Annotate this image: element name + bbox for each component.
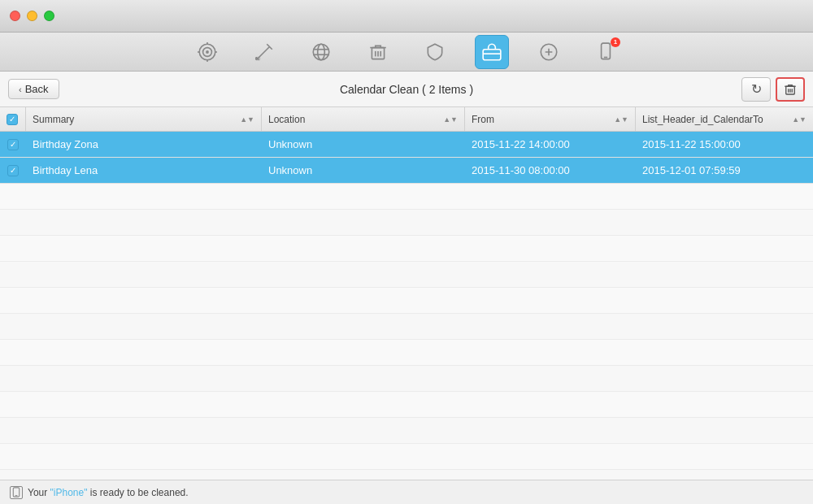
checkbox-1[interactable]: ✓ [7,139,19,150]
row-summary-1: Birthday Zona [26,132,262,157]
statusbar: Your "iPhone" is ready to be cleaned. [0,480,813,504]
empty-row [0,262,813,288]
radar-icon[interactable] [190,35,224,69]
empty-row [0,340,813,366]
svg-point-9 [318,44,325,60]
trash-icon [783,82,798,97]
back-button[interactable]: ‹ Back [8,79,59,99]
window-controls [10,11,54,21]
header-from: From ▲▼ [465,107,636,131]
empty-row [0,418,813,444]
row-checkbox-2[interactable]: ✓ [0,158,26,183]
toolbar: 1 [0,33,813,72]
row-location-1: Unknown [262,132,465,157]
titlebar [0,0,813,33]
header-checkbox-cell: ✓ [0,107,26,131]
topbar-actions: ↻ [741,77,805,102]
svg-rect-16 [483,49,501,59]
table-header: ✓ Summary ▲▼ Location ▲▼ From ▲▼ List_He… [0,107,813,132]
sort-arrow-to: ▲▼ [792,115,806,124]
svg-point-2 [207,50,208,52]
row-checkbox-1[interactable]: ✓ [0,132,26,157]
header-location: Location ▲▼ [262,107,465,131]
empty-row [0,184,813,210]
content-area: ‹ Back Calendar Clean ( 2 Items ) ↻ [0,72,813,480]
briefcase-icon[interactable] [475,35,509,69]
refresh-button[interactable]: ↻ [741,77,771,102]
from-label: From [472,114,494,125]
checkbox-2[interactable]: ✓ [7,165,19,176]
empty-row [0,392,813,418]
refresh-icon: ↻ [751,81,762,97]
close-button[interactable] [10,11,20,21]
phone-icon[interactable]: 1 [589,35,623,69]
row-from-2: 2015-11-30 08:00:00 [465,158,636,183]
shield-icon[interactable] [418,35,452,69]
empty-row [0,210,813,236]
iphone-link[interactable]: "iPhone" [50,487,88,498]
summary-label: Summary [33,114,74,125]
empty-row [0,236,813,262]
row-to-1: 2015-11-22 15:00:00 [636,132,813,157]
globe-icon[interactable] [304,35,338,69]
sort-arrow-from: ▲▼ [614,115,628,124]
to-label: List_Header_id_CalendarTo [642,114,763,125]
maximize-button[interactable] [44,11,54,21]
back-label: Back [25,83,49,95]
phone-small-icon [10,486,23,499]
location-label: Location [268,114,305,125]
row-summary-2: Birthday Lena [26,158,262,183]
table-row[interactable]: ✓ Birthday Zona Unknown 2015-11-22 14:00… [0,132,813,158]
header-summary: Summary ▲▼ [26,107,262,131]
sort-arrow-summary: ▲▼ [240,115,254,124]
empty-row [0,470,813,480]
empty-row [0,314,813,340]
sort-arrow-location: ▲▼ [443,115,458,124]
empty-row [0,444,813,470]
svg-rect-7 [256,57,259,59]
circle-clean-icon[interactable] [532,35,566,69]
row-location-2: Unknown [262,158,465,183]
table-area: ✓ Summary ▲▼ Location ▲▼ From ▲▼ List_He… [0,107,813,480]
row-from-1: 2015-11-22 14:00:00 [465,132,636,157]
select-all-checkbox[interactable]: ✓ [7,114,18,125]
delete-button[interactable] [776,77,805,102]
minimize-button[interactable] [27,11,37,21]
header-to: List_Header_id_CalendarTo ▲▼ [636,107,813,131]
row-to-2: 2015-12-01 07:59:59 [636,158,813,183]
empty-row [0,288,813,314]
svg-point-8 [313,44,329,60]
topbar: ‹ Back Calendar Clean ( 2 Items ) ↻ [0,72,813,107]
trash-deep-icon[interactable] [361,35,395,69]
table-row[interactable]: ✓ Birthday Lena Unknown 2015-11-30 08:00… [0,158,813,184]
status-text: Your "iPhone" is ready to be cleaned. [28,487,189,498]
page-title: Calendar Clean ( 2 Items ) [340,83,473,96]
chevron-left-icon: ‹ [19,85,22,94]
empty-row [0,366,813,392]
broom-icon[interactable] [247,35,281,69]
